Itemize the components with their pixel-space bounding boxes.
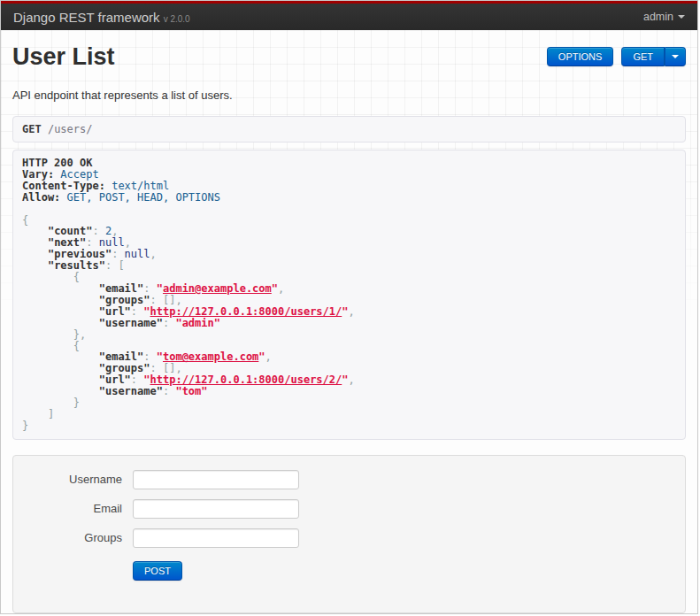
response-token: , (349, 305, 355, 318)
response-token: " (143, 305, 150, 318)
response-token: , (265, 350, 272, 363)
response-token (22, 271, 73, 283)
response-token: : (143, 350, 156, 363)
response-token: "tom" (175, 385, 207, 397)
response-token: text/html (112, 180, 169, 192)
response-token: { (22, 214, 28, 227)
response-token: { (73, 340, 80, 352)
response-token: : (131, 373, 143, 386)
response-token: , (125, 236, 131, 249)
response-token: }, (73, 328, 86, 341)
response-token (22, 248, 48, 260)
response-token (22, 317, 99, 329)
response-token: "url" (99, 373, 131, 386)
request-path: /users/ (48, 123, 93, 135)
response-token: : [], (150, 362, 182, 374)
response-token (22, 259, 48, 272)
response-token: } (22, 420, 28, 432)
response-token: "email" (99, 350, 144, 363)
response-token: "count" (48, 225, 93, 237)
method-buttons: OPTIONS GET (547, 47, 686, 66)
options-button[interactable]: OPTIONS (547, 47, 614, 66)
response-token: : [ (105, 259, 125, 272)
brand-title: Django REST framework (13, 10, 160, 25)
endpoint-description: API endpoint that represents a list of u… (12, 89, 686, 102)
response-token (22, 282, 99, 295)
response-token: : (112, 248, 124, 260)
response-token: "previous" (48, 248, 112, 260)
get-dropdown-toggle[interactable] (665, 47, 686, 66)
brand-version: v 2.0.0 (164, 14, 190, 24)
brand: Django REST frameworkv 2.0.0 (13, 10, 190, 25)
response-body: HTTP 200 OK Vary: Accept Content-Type: t… (12, 150, 686, 440)
form-row-username: Username (13, 470, 685, 489)
response-link[interactable]: admin@example.com (163, 282, 272, 295)
email-field[interactable] (133, 499, 299, 519)
response-token: , (278, 282, 284, 295)
response-token: " (157, 350, 163, 363)
groups-label: Groups (13, 531, 122, 544)
response-token (22, 397, 73, 409)
username-field[interactable] (133, 470, 299, 489)
username-label: Username (13, 473, 122, 486)
main-content: User List OPTIONS GET API endpoint that … (1, 43, 697, 613)
response-token (22, 305, 99, 318)
response-token: " (258, 350, 265, 363)
navbar: Django REST frameworkv 2.0.0 admin (1, 1, 697, 30)
response-token: "email" (99, 282, 144, 295)
post-button[interactable]: POST (133, 561, 182, 581)
response-token: "username" (99, 317, 163, 329)
response-token: : [], (150, 294, 182, 306)
request-bar: GET /users/ (12, 116, 686, 142)
email-label: Email (13, 502, 122, 515)
form-row-groups: Groups (13, 528, 685, 548)
response-token: " (143, 373, 150, 386)
get-button[interactable]: GET (621, 47, 665, 66)
response-token: , (112, 225, 118, 237)
response-token (22, 408, 48, 420)
response-token: : (143, 282, 156, 295)
response-token: " (342, 305, 348, 318)
response-token: : (86, 236, 98, 249)
response-token: " (272, 282, 278, 295)
response-token: Allow: (22, 191, 60, 204)
caret-down-icon (672, 55, 679, 58)
response-token (22, 362, 99, 374)
response-token: Content-Type: (22, 180, 105, 192)
response-token (22, 373, 99, 386)
submit-row: POST (133, 561, 685, 581)
response-token: "results" (48, 259, 105, 272)
response-token: "groups" (99, 294, 150, 306)
page-title: User List (12, 43, 115, 70)
response-token: , (349, 373, 355, 386)
response-token: "next" (48, 236, 86, 249)
response-token: { (73, 271, 80, 283)
response-token (22, 328, 73, 341)
response-token: null (99, 236, 125, 249)
response-token (22, 236, 48, 249)
response-token: : (131, 305, 143, 318)
response-token (22, 225, 48, 237)
response-link[interactable]: http://127.0.0.1:8000/users/2/ (150, 373, 342, 386)
response-token: : (163, 317, 175, 329)
response-token: null (125, 248, 150, 260)
response-token: GET, POST, HEAD, OPTIONS (67, 191, 220, 204)
response-token: } (73, 397, 80, 409)
response-token (60, 191, 66, 204)
response-token: Vary: (22, 168, 54, 181)
response-token: : (163, 385, 175, 397)
user-dropdown[interactable]: admin (643, 11, 685, 23)
response-token: Accept (60, 168, 98, 181)
groups-field[interactable] (133, 528, 299, 548)
response-token: " (342, 373, 348, 386)
response-token (22, 350, 99, 363)
user-dropdown-label: admin (643, 11, 673, 23)
response-token (22, 340, 73, 352)
form-row-email: Email (13, 499, 685, 519)
response-token: " (157, 282, 163, 295)
response-link[interactable]: tom@example.com (163, 350, 258, 363)
response-token (22, 385, 99, 397)
request-method: GET (22, 123, 42, 135)
response-link[interactable]: http://127.0.0.1:8000/users/1/ (150, 305, 342, 318)
response-token: "url" (99, 305, 131, 318)
